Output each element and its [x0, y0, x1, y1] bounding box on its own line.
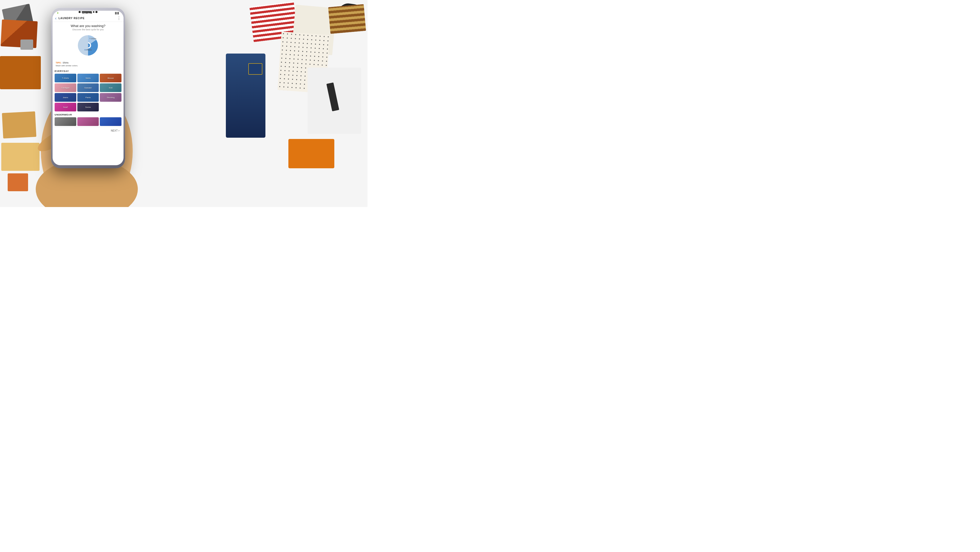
grid-item-blouse[interactable]: Blouse	[100, 74, 121, 82]
phone: 🔋 12:45 PM ▌▌▌ ‹ LAUNDRY RECIPE ⋮ What a…	[51, 8, 125, 168]
grid-item-jeans[interactable]: Jeans	[55, 93, 76, 102]
sweater-label: Sweater	[84, 87, 92, 89]
pie-chart-section: T-Shirts ✓ Shirts Pants	[52, 32, 124, 60]
stocking-label: Stocking	[107, 97, 115, 99]
tips-detail: Wash with similar colors.	[56, 65, 121, 67]
next-bar: NEXT ›	[52, 127, 124, 134]
app-header: ‹ LAUNDRY RECIPE ⋮	[52, 15, 124, 22]
phone-screen: 🔋 12:45 PM ▌▌▌ ‹ LAUNDRY RECIPE ⋮ What a…	[52, 11, 124, 165]
pie-label-pants: Pants	[87, 49, 92, 51]
socks-label: Socks	[85, 106, 91, 108]
tips-category: Shirts	[63, 62, 68, 64]
phone-notch	[73, 10, 103, 14]
jeans-label: Jeans	[63, 97, 68, 99]
phone-camera-right	[95, 11, 97, 13]
battery-icon: 🔋	[57, 12, 59, 14]
next-arrow-icon: ›	[118, 129, 119, 132]
scarf-label: Scarf	[63, 106, 68, 108]
pie-chart-wrapper: T-Shirts ✓ Shirts Pants	[76, 34, 100, 58]
underwear-section: UNDERWEAR	[52, 113, 124, 127]
blouse-label: Blouse	[107, 77, 114, 79]
phone-sensor	[93, 11, 94, 13]
grid-item-socks[interactable]: Socks	[77, 103, 99, 111]
tips-label: TIPS	[56, 62, 61, 64]
cardigan-label: Cardigan	[61, 87, 69, 89]
grid-item-stocking[interactable]: Stocking	[100, 93, 121, 102]
grid-item-underwear-2[interactable]	[77, 117, 99, 126]
header-title: LAUNDRY RECIPE	[59, 17, 117, 20]
question-title: What are you washing?	[55, 24, 121, 28]
knit-label: Knit	[109, 87, 113, 89]
cloth-orange-fabric	[288, 139, 334, 168]
more-button[interactable]: ⋮	[117, 16, 121, 21]
tshirts-label: T-Shirts	[62, 77, 69, 79]
phone-speaker	[82, 11, 92, 13]
everyday-grid: T-Shirts Skirts Blouse Cardigan Sweater	[55, 74, 121, 111]
underwear-grid	[55, 117, 121, 126]
everyday-section: EVERYDAY T-Shirts Skirts Blouse Cardigan	[52, 68, 124, 113]
phone-camera-left	[79, 11, 81, 13]
grid-item-tshirts[interactable]: T-Shirts	[55, 74, 76, 82]
grid-item-sweater[interactable]: Sweater	[77, 83, 99, 92]
cloth-plaid-brown	[328, 4, 366, 34]
tips-section: TIPS : Shirts Wash with similar colors.	[52, 60, 124, 68]
grid-item-scarf[interactable]: Scarf	[55, 103, 76, 111]
cloth-jeans	[226, 54, 266, 138]
pants-label: Pants	[86, 97, 91, 99]
phone-body: 🔋 12:45 PM ▌▌▌ ‹ LAUNDRY RECIPE ⋮ What a…	[51, 8, 125, 168]
cloth-brown	[8, 173, 28, 191]
skirts-label: Skirts	[86, 77, 91, 79]
next-label: NEXT	[111, 129, 118, 132]
everyday-title: EVERYDAY	[55, 70, 121, 72]
grid-item-underwear-3[interactable]	[100, 117, 121, 126]
right-clothes	[215, 0, 368, 207]
tips-line: TIPS : Shirts	[56, 62, 121, 64]
grid-item-skirts[interactable]: Skirts	[77, 74, 99, 82]
grid-item-pants[interactable]: Pants	[77, 93, 99, 102]
question-subtitle: Discover the best cycle for you	[55, 28, 121, 31]
grid-item-cardigan[interactable]: Cardigan	[55, 83, 76, 92]
underwear-title: UNDERWEAR	[55, 113, 121, 116]
main-question-section: What are you washing? Discover the best …	[52, 22, 124, 32]
cloth-white-shirt	[307, 68, 361, 134]
pie-label-tshirts: T-Shirts	[89, 38, 97, 40]
back-button[interactable]: ‹	[55, 16, 56, 21]
status-icons: ▌▌▌	[115, 12, 119, 14]
next-button[interactable]: NEXT ›	[111, 129, 119, 132]
signal-icon: ▌▌▌	[115, 12, 119, 14]
battery-area: 🔋	[57, 12, 59, 14]
grid-item-underwear-1[interactable]	[55, 117, 76, 126]
grid-item-knit[interactable]: Knit	[100, 83, 121, 92]
